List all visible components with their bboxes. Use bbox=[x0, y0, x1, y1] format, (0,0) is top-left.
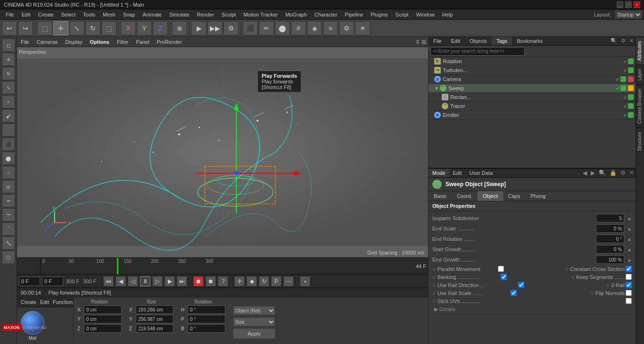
size-mode-select[interactable]: Size bbox=[233, 317, 275, 327]
am-prev-icon[interactable]: ◀ bbox=[581, 169, 589, 177]
side-tab-attributes[interactable]: Attributes bbox=[636, 37, 644, 65]
endscale-arrow[interactable]: ▲ bbox=[627, 226, 632, 231]
cube-view-btn[interactable]: ⬛ bbox=[243, 21, 258, 35]
menu-select[interactable]: Select bbox=[58, 11, 80, 18]
move-btn[interactable]: ✛ bbox=[53, 21, 68, 35]
rot-p-field[interactable] bbox=[188, 315, 225, 323]
side-tab-content[interactable]: Content Browser bbox=[636, 84, 644, 127]
startgrowth-value[interactable] bbox=[596, 245, 624, 254]
mat-function[interactable]: Function bbox=[53, 299, 73, 305]
goto-end-btn[interactable]: ⏭ bbox=[177, 276, 187, 287]
sphere-btn[interactable]: ⬤ bbox=[2, 152, 15, 165]
loop-btn[interactable]: ↻ bbox=[259, 276, 269, 287]
layout-select[interactable]: Startup bbox=[615, 10, 642, 19]
floor-btn[interactable]: ━ bbox=[2, 194, 15, 207]
flipnorm-check[interactable] bbox=[626, 290, 632, 296]
stickuvs-check[interactable] bbox=[626, 298, 632, 304]
keepseg-check[interactable] bbox=[626, 274, 632, 280]
scale-tool-btn[interactable]: ⤡ bbox=[2, 81, 15, 94]
light-btn[interactable]: ☀ bbox=[355, 21, 370, 35]
attr-tab-caps[interactable]: Caps bbox=[503, 191, 526, 201]
om-tab-bookmarks[interactable]: Bookmarks bbox=[512, 37, 547, 45]
y-axis-btn[interactable]: Y bbox=[137, 21, 152, 35]
cam-left-btn[interactable]: ◎ bbox=[2, 180, 15, 193]
x-axis-btn[interactable]: X bbox=[121, 21, 136, 35]
am-lock-icon[interactable]: 🔒 bbox=[608, 169, 619, 177]
render-settings-btn[interactable]: ⚙ bbox=[223, 21, 239, 35]
obj-search-input[interactable] bbox=[430, 47, 525, 56]
menu-plugins[interactable]: Plugins bbox=[367, 11, 391, 18]
menu-animate[interactable]: Animate bbox=[139, 11, 165, 18]
vp-menu-cameras[interactable]: Cameras bbox=[35, 39, 60, 45]
rotate-tool-btn[interactable]: ↻ bbox=[2, 67, 15, 80]
object-item-camera[interactable]: ◎ Camera ✓ bbox=[429, 75, 636, 84]
menu-tools[interactable]: Tools bbox=[79, 11, 99, 18]
vp-menu-options[interactable]: Options bbox=[88, 39, 111, 45]
window-controls[interactable]: _ □ × bbox=[617, 1, 640, 8]
menu-create[interactable]: Create bbox=[34, 11, 58, 18]
help-btn[interactable]: ? bbox=[218, 276, 228, 287]
minimize-btn[interactable]: _ bbox=[617, 1, 623, 8]
display-btn[interactable]: ≡ bbox=[323, 21, 338, 35]
size-x-field[interactable] bbox=[136, 305, 173, 314]
move-tool-btn[interactable]: ✛ bbox=[2, 53, 15, 66]
rotate-btn[interactable]: ↻ bbox=[85, 21, 100, 35]
om-tab-tags[interactable]: Tags bbox=[492, 37, 512, 45]
start-frame-field[interactable] bbox=[19, 277, 40, 286]
object-item-emitter[interactable]: ※ Emitter ✓ bbox=[429, 111, 636, 120]
am-search-icon[interactable]: 🔍 bbox=[597, 169, 608, 177]
endscale-value[interactable] bbox=[596, 224, 624, 233]
side-tab-structure[interactable]: Structure bbox=[636, 128, 644, 155]
am-settings-icon[interactable]: ⚙ bbox=[619, 169, 627, 177]
mat-edit[interactable]: Edit bbox=[40, 299, 49, 305]
redo-btn[interactable]: ↪ bbox=[18, 21, 33, 35]
apply-btn[interactable]: Apply bbox=[233, 328, 275, 339]
menu-sculpt[interactable]: Sculpt bbox=[218, 11, 240, 18]
undo-btn[interactable]: ↩ bbox=[2, 21, 17, 35]
vp-menu-panel[interactable]: Panel bbox=[134, 39, 151, 45]
endrot-value[interactable] bbox=[596, 235, 624, 243]
goto-start-btn[interactable]: ⏮ bbox=[103, 276, 114, 287]
object-item-rectangle[interactable]: □ Rectan... ✓ bbox=[429, 93, 636, 102]
om-tab-edit[interactable]: Edit bbox=[446, 37, 465, 45]
constcs-check[interactable] bbox=[626, 266, 632, 272]
attr-tab-coord[interactable]: Coord. bbox=[452, 191, 478, 201]
om-settings-icon[interactable]: ⚙ bbox=[619, 37, 627, 45]
om-tab-file[interactable]: File bbox=[429, 37, 446, 45]
render-region-btn[interactable]: ▶▶ bbox=[207, 21, 223, 35]
snap-transport-btn[interactable]: ▪ bbox=[300, 276, 310, 287]
coord-system-btn[interactable]: ⊕ bbox=[172, 21, 187, 35]
coord-space-select[interactable]: Object (Rel) bbox=[233, 306, 275, 315]
tweak-btn[interactable]: ≈ bbox=[2, 95, 15, 108]
render-view-btn[interactable]: ▶ bbox=[191, 21, 206, 35]
am-tab-edit[interactable]: Edit bbox=[449, 169, 466, 177]
menu-script[interactable]: Script bbox=[392, 11, 413, 18]
fill-btn[interactable]: ⬤ bbox=[275, 21, 290, 35]
spline-btn[interactable]: ⌒ bbox=[2, 222, 15, 236]
object-item-rotation[interactable]: ↻ Rotation ✓ bbox=[429, 57, 636, 66]
isoparm-value[interactable] bbox=[596, 214, 624, 222]
attr-tab-phong[interactable]: Phong bbox=[525, 191, 551, 201]
timeline-ruler[interactable]: 0 50 100 150 200 250 300 44 F bbox=[41, 258, 428, 274]
scale-btn[interactable]: ⤡ bbox=[69, 21, 84, 35]
menu-pipeline[interactable]: Pipeline bbox=[341, 11, 367, 18]
menu-mesh[interactable]: Mesh bbox=[99, 11, 119, 18]
menu-render[interactable]: Render bbox=[193, 11, 218, 18]
menu-mograph[interactable]: MoGraph bbox=[281, 11, 311, 18]
brush-btn[interactable]: ⬡ bbox=[2, 251, 15, 264]
om-close-icon[interactable]: ✕ bbox=[627, 37, 636, 45]
transform-btn[interactable]: ⬚ bbox=[101, 21, 116, 35]
menu-motion-tracker[interactable]: Motion Tracker bbox=[239, 11, 281, 18]
menu-window[interactable]: Window bbox=[413, 11, 438, 18]
details-section[interactable]: ▶ Details bbox=[430, 305, 634, 314]
grid-btn[interactable]: # bbox=[291, 21, 306, 35]
light-left-btn[interactable]: ○ bbox=[2, 166, 15, 179]
autokey-btn[interactable]: ⏺ bbox=[206, 276, 216, 287]
vp-menu-file[interactable]: File bbox=[19, 39, 31, 45]
endgrowth-arrow[interactable]: ▲ bbox=[627, 257, 632, 262]
close-btn[interactable]: × bbox=[634, 1, 640, 8]
tworail-check[interactable] bbox=[626, 282, 632, 288]
side-tab-layer[interactable]: Layer bbox=[636, 65, 644, 84]
vp-expand-btn[interactable]: ⇕ ⊞ bbox=[415, 39, 426, 45]
banking-check[interactable] bbox=[501, 274, 507, 280]
